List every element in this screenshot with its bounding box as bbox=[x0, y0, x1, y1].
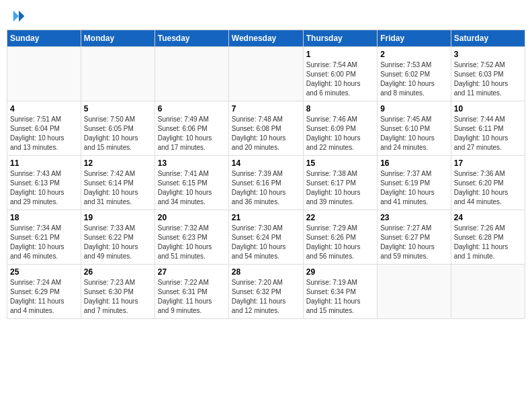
calendar-cell: 8Sunrise: 7:46 AM Sunset: 6:09 PM Daylig… bbox=[303, 101, 377, 156]
calendar-cell: 19Sunrise: 7:33 AM Sunset: 6:22 PM Dayli… bbox=[81, 210, 154, 265]
page-header bbox=[7, 7, 525, 26]
calendar-week-row: 25Sunrise: 7:24 AM Sunset: 6:29 PM Dayli… bbox=[7, 265, 525, 319]
day-info: Sunrise: 7:54 AM Sunset: 6:00 PM Dayligh… bbox=[306, 60, 374, 98]
day-info: Sunrise: 7:45 AM Sunset: 6:10 PM Dayligh… bbox=[380, 115, 448, 152]
calendar-cell bbox=[154, 47, 228, 101]
day-number: 7 bbox=[232, 104, 300, 113]
calendar-cell: 11Sunrise: 7:43 AM Sunset: 6:13 PM Dayli… bbox=[7, 156, 81, 210]
calendar-table: SundayMondayTuesdayWednesdayThursdayFrid… bbox=[7, 30, 525, 319]
day-info: Sunrise: 7:48 AM Sunset: 6:08 PM Dayligh… bbox=[232, 115, 300, 152]
calendar-cell: 14Sunrise: 7:39 AM Sunset: 6:16 PM Dayli… bbox=[228, 156, 303, 210]
day-info: Sunrise: 7:32 AM Sunset: 6:23 PM Dayligh… bbox=[158, 224, 226, 261]
day-info: Sunrise: 7:53 AM Sunset: 6:02 PM Dayligh… bbox=[380, 60, 448, 98]
day-info: Sunrise: 7:24 AM Sunset: 6:29 PM Dayligh… bbox=[10, 278, 78, 316]
day-info: Sunrise: 7:23 AM Sunset: 6:30 PM Dayligh… bbox=[84, 278, 152, 316]
calendar-cell: 18Sunrise: 7:34 AM Sunset: 6:21 PM Dayli… bbox=[7, 210, 81, 265]
day-info: Sunrise: 7:52 AM Sunset: 6:03 PM Dayligh… bbox=[454, 60, 522, 98]
calendar-week-row: 11Sunrise: 7:43 AM Sunset: 6:13 PM Dayli… bbox=[7, 156, 525, 210]
day-number: 8 bbox=[306, 104, 374, 113]
calendar-cell: 23Sunrise: 7:27 AM Sunset: 6:27 PM Dayli… bbox=[378, 210, 451, 265]
day-info: Sunrise: 7:37 AM Sunset: 6:19 PM Dayligh… bbox=[380, 169, 448, 207]
calendar-cell: 28Sunrise: 7:20 AM Sunset: 6:32 PM Dayli… bbox=[228, 265, 303, 319]
day-number: 19 bbox=[84, 213, 152, 222]
day-number: 15 bbox=[306, 158, 374, 168]
day-number: 17 bbox=[454, 158, 522, 168]
day-number: 27 bbox=[158, 267, 226, 277]
calendar-cell: 9Sunrise: 7:45 AM Sunset: 6:10 PM Daylig… bbox=[378, 101, 451, 156]
calendar-cell: 2Sunrise: 7:53 AM Sunset: 6:02 PM Daylig… bbox=[378, 47, 451, 101]
weekday-header-wednesday: Wednesday bbox=[228, 30, 303, 47]
day-info: Sunrise: 7:46 AM Sunset: 6:09 PM Dayligh… bbox=[306, 115, 374, 152]
calendar-cell: 16Sunrise: 7:37 AM Sunset: 6:19 PM Dayli… bbox=[378, 156, 451, 210]
calendar-week-row: 1Sunrise: 7:54 AM Sunset: 6:00 PM Daylig… bbox=[7, 47, 525, 101]
day-number: 13 bbox=[158, 158, 226, 168]
logo-icon bbox=[12, 9, 26, 23]
calendar-cell: 10Sunrise: 7:44 AM Sunset: 6:11 PM Dayli… bbox=[451, 101, 525, 156]
day-info: Sunrise: 7:43 AM Sunset: 6:13 PM Dayligh… bbox=[10, 169, 78, 207]
day-number: 24 bbox=[454, 213, 522, 222]
calendar-cell: 17Sunrise: 7:36 AM Sunset: 6:20 PM Dayli… bbox=[451, 156, 525, 210]
day-info: Sunrise: 7:34 AM Sunset: 6:21 PM Dayligh… bbox=[10, 224, 78, 261]
day-number: 16 bbox=[380, 158, 448, 168]
calendar-week-row: 4Sunrise: 7:51 AM Sunset: 6:04 PM Daylig… bbox=[7, 101, 525, 156]
day-info: Sunrise: 7:49 AM Sunset: 6:06 PM Dayligh… bbox=[158, 115, 226, 152]
day-info: Sunrise: 7:30 AM Sunset: 6:24 PM Dayligh… bbox=[232, 224, 300, 261]
day-info: Sunrise: 7:29 AM Sunset: 6:26 PM Dayligh… bbox=[306, 224, 374, 261]
day-number: 28 bbox=[232, 267, 300, 277]
calendar-cell: 22Sunrise: 7:29 AM Sunset: 6:26 PM Dayli… bbox=[303, 210, 377, 265]
day-number: 22 bbox=[306, 213, 374, 222]
calendar-cell: 15Sunrise: 7:38 AM Sunset: 6:17 PM Dayli… bbox=[303, 156, 377, 210]
day-number: 26 bbox=[84, 267, 152, 277]
day-number: 9 bbox=[380, 104, 448, 113]
weekday-header-sunday: Sunday bbox=[7, 30, 81, 47]
day-number: 21 bbox=[232, 213, 300, 222]
day-info: Sunrise: 7:26 AM Sunset: 6:28 PM Dayligh… bbox=[454, 224, 522, 261]
day-info: Sunrise: 7:36 AM Sunset: 6:20 PM Dayligh… bbox=[454, 169, 522, 207]
day-number: 1 bbox=[306, 50, 374, 59]
day-info: Sunrise: 7:33 AM Sunset: 6:22 PM Dayligh… bbox=[84, 224, 152, 261]
day-number: 29 bbox=[306, 267, 374, 277]
day-info: Sunrise: 7:22 AM Sunset: 6:31 PM Dayligh… bbox=[158, 278, 226, 316]
calendar-week-row: 18Sunrise: 7:34 AM Sunset: 6:21 PM Dayli… bbox=[7, 210, 525, 265]
calendar-cell: 26Sunrise: 7:23 AM Sunset: 6:30 PM Dayli… bbox=[81, 265, 154, 319]
day-info: Sunrise: 7:39 AM Sunset: 6:16 PM Dayligh… bbox=[232, 169, 300, 207]
day-number: 18 bbox=[10, 213, 78, 222]
calendar-cell bbox=[451, 265, 525, 319]
day-number: 23 bbox=[380, 213, 448, 222]
logo bbox=[11, 9, 26, 23]
calendar-cell: 24Sunrise: 7:26 AM Sunset: 6:28 PM Dayli… bbox=[451, 210, 525, 265]
weekday-header-row: SundayMondayTuesdayWednesdayThursdayFrid… bbox=[7, 30, 525, 47]
svg-marker-1 bbox=[13, 11, 19, 22]
day-info: Sunrise: 7:41 AM Sunset: 6:15 PM Dayligh… bbox=[158, 169, 226, 207]
day-info: Sunrise: 7:20 AM Sunset: 6:32 PM Dayligh… bbox=[232, 278, 300, 316]
day-info: Sunrise: 7:38 AM Sunset: 6:17 PM Dayligh… bbox=[306, 169, 374, 207]
day-number: 3 bbox=[454, 50, 522, 59]
day-number: 2 bbox=[380, 50, 448, 59]
calendar-cell: 27Sunrise: 7:22 AM Sunset: 6:31 PM Dayli… bbox=[154, 265, 228, 319]
calendar-cell: 12Sunrise: 7:42 AM Sunset: 6:14 PM Dayli… bbox=[81, 156, 154, 210]
day-number: 20 bbox=[158, 213, 226, 222]
day-info: Sunrise: 7:51 AM Sunset: 6:04 PM Dayligh… bbox=[10, 115, 78, 152]
day-info: Sunrise: 7:50 AM Sunset: 6:05 PM Dayligh… bbox=[84, 115, 152, 152]
calendar-cell: 29Sunrise: 7:19 AM Sunset: 6:34 PM Dayli… bbox=[303, 265, 377, 319]
calendar-cell: 7Sunrise: 7:48 AM Sunset: 6:08 PM Daylig… bbox=[228, 101, 303, 156]
weekday-header-monday: Monday bbox=[81, 30, 154, 47]
day-number: 14 bbox=[232, 158, 300, 168]
weekday-header-friday: Friday bbox=[378, 30, 451, 47]
calendar-cell: 20Sunrise: 7:32 AM Sunset: 6:23 PM Dayli… bbox=[154, 210, 228, 265]
calendar-cell bbox=[7, 47, 81, 101]
day-info: Sunrise: 7:19 AM Sunset: 6:34 PM Dayligh… bbox=[306, 278, 374, 316]
calendar-cell: 5Sunrise: 7:50 AM Sunset: 6:05 PM Daylig… bbox=[81, 101, 154, 156]
calendar-cell: 6Sunrise: 7:49 AM Sunset: 6:06 PM Daylig… bbox=[154, 101, 228, 156]
weekday-header-tuesday: Tuesday bbox=[154, 30, 228, 47]
day-number: 5 bbox=[84, 104, 152, 113]
svg-marker-0 bbox=[19, 11, 24, 22]
calendar-cell: 4Sunrise: 7:51 AM Sunset: 6:04 PM Daylig… bbox=[7, 101, 81, 156]
day-info: Sunrise: 7:27 AM Sunset: 6:27 PM Dayligh… bbox=[380, 224, 448, 261]
day-number: 25 bbox=[10, 267, 78, 277]
calendar-cell: 21Sunrise: 7:30 AM Sunset: 6:24 PM Dayli… bbox=[228, 210, 303, 265]
day-number: 10 bbox=[454, 104, 522, 113]
weekday-header-thursday: Thursday bbox=[303, 30, 377, 47]
day-number: 6 bbox=[158, 104, 226, 113]
day-info: Sunrise: 7:42 AM Sunset: 6:14 PM Dayligh… bbox=[84, 169, 152, 207]
